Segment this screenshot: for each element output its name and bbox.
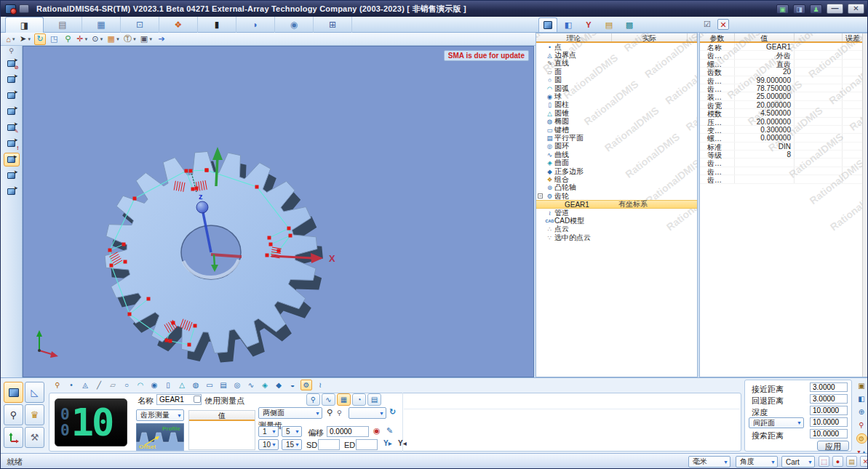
param-row[interactable]: 齿…: [700, 167, 868, 175]
value-table[interactable]: 值: [188, 410, 255, 450]
geom-bpoint-icon[interactable]: ◬: [79, 380, 91, 390]
cad-pick-mode-3-icon[interactable]: ➤: [4, 89, 20, 103]
cad-pick-mode-4-icon[interactable]: ➤: [4, 105, 20, 119]
system-menu-icon[interactable]: [19, 4, 29, 13]
gamepad-icon[interactable]: ▣: [776, 4, 789, 14]
param-row[interactable]: 等级8: [700, 151, 868, 159]
gear-tab-probe[interactable]: ⚲: [306, 393, 320, 406]
rotate-view-icon[interactable]: ↻: [34, 33, 46, 45]
unit-length-select[interactable]: 毫米▼: [688, 456, 730, 468]
param-row[interactable]: 齿…99.000000: [700, 76, 868, 84]
tab-document[interactable]: ▤: [44, 17, 82, 33]
tab-table[interactable]: ▦: [82, 17, 121, 33]
param-row[interactable]: 压…20.000000: [700, 118, 868, 126]
geom-pplanes-icon[interactable]: ▤: [218, 380, 229, 390]
param-row[interactable]: 名称GEAR1: [700, 43, 868, 51]
3d-viewport[interactable]: Xz SMA is due for update: [23, 46, 534, 377]
tree-item-齿轮[interactable]: −⚙齿轮: [536, 192, 697, 200]
param-row[interactable]: 齿宽20.000000: [700, 101, 868, 109]
pick-probe-icon[interactable]: ⚲: [52, 380, 63, 390]
ed-input[interactable]: [356, 439, 378, 450]
probe-select[interactable]: ▼: [349, 407, 386, 419]
tooth-to-select[interactable]: 15▼: [282, 439, 302, 450]
cad-pick-mode-2-icon[interactable]: ➤: [4, 73, 20, 87]
approach-input[interactable]: [810, 382, 848, 392]
param-row[interactable]: 齿…: [700, 159, 868, 167]
geom-keyway-icon[interactable]: ◒: [287, 380, 298, 390]
param-row[interactable]: 齿…78.750000: [700, 84, 868, 92]
coord-system-select[interactable]: Cart▼: [781, 456, 815, 468]
refresh-icon[interactable]: ↻: [389, 407, 396, 417]
probe-align-icon[interactable]: ⚲: [62, 33, 73, 45]
machine-tools-button[interactable]: ⚒: [25, 427, 44, 448]
use-measured-points-checkbox[interactable]: [194, 396, 201, 403]
cad-pick-mode-9-icon[interactable]: ➤: [4, 185, 20, 199]
rail-cube-icon[interactable]: ◧: [856, 394, 867, 404]
tree-tab-report[interactable]: ▩: [620, 17, 639, 32]
rail-probe-icon[interactable]: ⚲: [856, 420, 867, 430]
cad-pick-mode-7-icon[interactable]: ➤: [4, 153, 20, 167]
tooth-from2-select[interactable]: 10▼: [258, 439, 279, 450]
geom-point-icon[interactable]: •: [65, 380, 77, 390]
params-checkbox-icon[interactable]: ☑: [701, 19, 713, 30]
column-theoretical[interactable]: 理论: [536, 33, 612, 41]
column-parameter[interactable]: 参数: [700, 33, 735, 41]
status-close-icon[interactable]: ✕: [860, 456, 868, 467]
tree-item-选中的点云[interactable]: ∵选中的点云: [536, 233, 697, 241]
geom-ellipse-icon[interactable]: ◍: [190, 380, 202, 390]
status-record-icon[interactable]: ●: [832, 456, 843, 467]
status-grid-icon[interactable]: ⬚: [819, 456, 829, 467]
color-palette-icon[interactable]: ▦▼: [107, 33, 121, 45]
depth-input[interactable]: [810, 406, 848, 415]
flank-select[interactable]: 两侧面▼: [258, 407, 322, 419]
rail-case-icon[interactable]: ▣: [856, 381, 867, 391]
gear-tab-arc[interactable]: ◔: [352, 393, 366, 406]
geom-torus-icon[interactable]: ◎: [231, 380, 243, 390]
user-sync-icon[interactable]: ♟: [810, 4, 822, 14]
edit-icon[interactable]: ✎: [386, 426, 393, 436]
spacing-input[interactable]: [810, 417, 848, 427]
cad-pick-mode-1-icon[interactable]: ➤⊘: [4, 57, 20, 71]
geom-cone-icon[interactable]: △: [176, 380, 188, 390]
machine-ruler-button[interactable]: ◺: [25, 382, 44, 403]
geom-sphere-icon[interactable]: ◉: [148, 380, 160, 390]
tooth-step-select[interactable]: 5▼: [282, 426, 302, 437]
offset-input[interactable]: [327, 426, 369, 437]
point-marker-icon[interactable]: ◉: [373, 426, 381, 436]
tab-disc[interactable]: ◉: [275, 17, 314, 33]
param-row[interactable]: 齿…外齿: [700, 51, 868, 59]
tree-tab-elements[interactable]: [538, 17, 557, 32]
search-input[interactable]: [810, 429, 848, 438]
measure-mode-select[interactable]: 齿形测量▼: [136, 409, 184, 421]
param-row[interactable]: 螺…直齿: [700, 60, 868, 68]
status-doc-icon[interactable]: ▤: [846, 456, 857, 467]
view-eye-icon[interactable]: ⊙▼: [91, 33, 104, 45]
geom-slot-icon[interactable]: ▭: [204, 380, 215, 390]
param-row[interactable]: 齿数20: [700, 68, 868, 76]
monitor-icon[interactable]: ◨: [793, 4, 805, 14]
cad-pick-mode-8-icon[interactable]: ➤: [4, 169, 20, 183]
geom-circle-icon[interactable]: ○: [121, 380, 132, 390]
zoom-region-icon[interactable]: ◳: [48, 33, 60, 45]
machine-probe-button[interactable]: ⚲: [4, 404, 23, 425]
geom-pipe-icon[interactable]: ≀: [314, 380, 326, 390]
spacing-mode-select[interactable]: 间距面▼: [749, 417, 804, 428]
select-cursor-icon[interactable]: ➤▼: [19, 33, 32, 45]
geom-plane-icon[interactable]: ▱: [107, 380, 119, 390]
apply-button[interactable]: 应用: [817, 441, 849, 451]
minimize-button[interactable]: —: [827, 4, 843, 14]
tab-probe[interactable]: ▮: [198, 17, 236, 33]
param-row[interactable]: 变…0.300000: [700, 126, 868, 134]
y-forward-icon[interactable]: Y▸: [383, 439, 392, 447]
tree-tab-filter[interactable]: Y: [579, 17, 598, 32]
label-tool-icon[interactable]: Ⓣ▼: [123, 33, 138, 45]
probe-y-icon[interactable]: ⚲: [337, 409, 342, 417]
tab-shield[interactable]: ◗: [236, 17, 275, 33]
geom-arc-icon[interactable]: ◠: [135, 380, 146, 390]
geom-polygon-icon[interactable]: ◆: [273, 380, 284, 390]
param-row[interactable]: 模数4.500000: [700, 109, 868, 117]
rail-search-icon[interactable]: ⊕: [856, 407, 867, 417]
geom-surface-icon[interactable]: ◈: [259, 380, 271, 390]
unit-angle-select[interactable]: 角度▼: [736, 456, 778, 468]
rail-pin-icon[interactable]: ⚲: [9, 47, 14, 55]
